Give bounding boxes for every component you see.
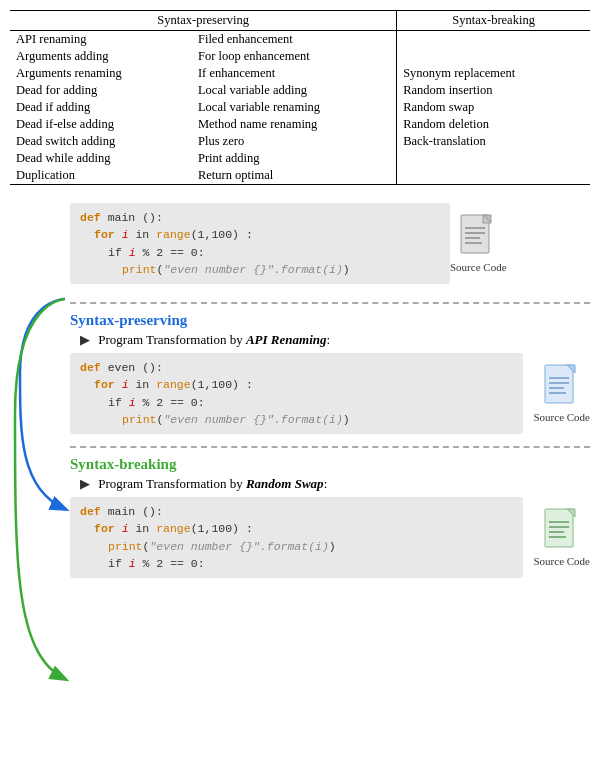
random-swap-label: Random Swap: [246, 476, 324, 491]
blue-code-block: def even (): for i in range(1,100) : if …: [70, 353, 523, 434]
table-cell-col3: [397, 167, 590, 185]
syntax-preserving-section: Syntax-preserving Program Transformation…: [70, 312, 590, 434]
table-cell-col3: [397, 150, 590, 167]
table-section: Syntax-preserving Syntax-breaking API re…: [10, 10, 590, 185]
syntax-preserving-transform-label: Program Transformation by API Renaming:: [70, 332, 590, 348]
table-row: Dead if addingLocal variable renamingRan…: [10, 99, 590, 116]
table-cell-col1: Dead for adding: [10, 82, 192, 99]
arrows-column: [10, 294, 70, 728]
doc-icon-blue: [544, 364, 580, 408]
blue-source-icon: Source Code: [533, 364, 590, 423]
table-cell-col1: Duplication: [10, 167, 192, 185]
syntax-breaking-transform-label: Program Transformation by Random Swap:: [70, 476, 590, 492]
green-code-wrapper: def main (): for i in range(1,100) : pri…: [70, 497, 590, 578]
table-cell-col2: For loop enhancement: [192, 48, 397, 65]
green-code-block: def main (): for i in range(1,100) : pri…: [70, 497, 523, 578]
table-cell-col1: Dead if adding: [10, 99, 192, 116]
doc-icon-top: [460, 214, 496, 258]
top-source-row: def main (): for i in range(1,100) : if …: [70, 203, 590, 284]
table-cell-col2: Plus zero: [192, 133, 397, 150]
table-cell-col1: Dead if-else adding: [10, 116, 192, 133]
table-cell-col1: Dead switch adding: [10, 133, 192, 150]
header-syntax-breaking: Syntax-breaking: [397, 11, 590, 31]
table-cell-col2: Filed enhancement: [192, 31, 397, 49]
table-cell-col1: Arguments renaming: [10, 65, 192, 82]
dashed-separator-2: [70, 446, 590, 448]
table-cell-col2: Local variable adding: [192, 82, 397, 99]
table-row: Dead if-else addingMethod name renamingR…: [10, 116, 590, 133]
main-layout: Syntax-preserving Program Transformation…: [10, 294, 590, 728]
table-cell-col2: Print adding: [192, 150, 397, 167]
table-row: Dead switch addingPlus zeroBack-translat…: [10, 133, 590, 150]
doc-icon-green: [544, 508, 580, 552]
diagram-area: def main (): for i in range(1,100) : if …: [10, 203, 590, 728]
arrows-svg: [10, 294, 70, 724]
syntax-breaking-header: Syntax-breaking: [70, 456, 590, 473]
svg-rect-12: [545, 509, 573, 547]
table-row: DuplicationReturn optimal: [10, 167, 590, 185]
syntax-preserving-header: Syntax-preserving: [70, 312, 590, 329]
dashed-separator-1: [70, 302, 590, 304]
green-source-icon: Source Code: [533, 508, 590, 567]
syntax-breaking-section: Syntax-breaking Program Transformation b…: [70, 456, 590, 578]
table-cell-col3: Random insertion: [397, 82, 590, 99]
table-cell-col2: If enhancement: [192, 65, 397, 82]
right-content: Syntax-preserving Program Transformation…: [70, 294, 590, 728]
table-row: Arguments renamingIf enhancementSynonym …: [10, 65, 590, 82]
table-cell-col1: Arguments adding: [10, 48, 192, 65]
table-cell-col2: Local variable renaming: [192, 99, 397, 116]
table-row: API renamingFiled enhancement: [10, 31, 590, 49]
table-cell-col3: Synonym replacement: [397, 65, 590, 82]
table-cell-col3: Random deletion: [397, 116, 590, 133]
table-row: Dead while addingPrint adding: [10, 150, 590, 167]
top-code-block: def main (): for i in range(1,100) : if …: [70, 203, 450, 284]
table-cell-col1: Dead while adding: [10, 150, 192, 167]
blue-code-wrapper: def even (): for i in range(1,100) : if …: [70, 353, 590, 434]
table-cell-col2: Method name renaming: [192, 116, 397, 133]
table-cell-col1: API renaming: [10, 31, 192, 49]
blue-source-label: Source Code: [533, 411, 590, 423]
top-source-icon: Source Code: [450, 214, 507, 273]
table-cell-col3: Random swap: [397, 99, 590, 116]
header-syntax-preserving: Syntax-preserving: [10, 11, 397, 31]
api-renaming-label: API Renaming: [246, 332, 327, 347]
table-cell-col3: Back-translation: [397, 133, 590, 150]
svg-rect-6: [545, 365, 573, 403]
green-source-label: Source Code: [533, 555, 590, 567]
table-cell-col2: Return optimal: [192, 167, 397, 185]
table-cell-col3: [397, 48, 590, 65]
table-row: Arguments addingFor loop enhancement: [10, 48, 590, 65]
table-row: Dead for addingLocal variable addingRand…: [10, 82, 590, 99]
top-source-label: Source Code: [450, 261, 507, 273]
table-cell-col3: [397, 31, 590, 49]
